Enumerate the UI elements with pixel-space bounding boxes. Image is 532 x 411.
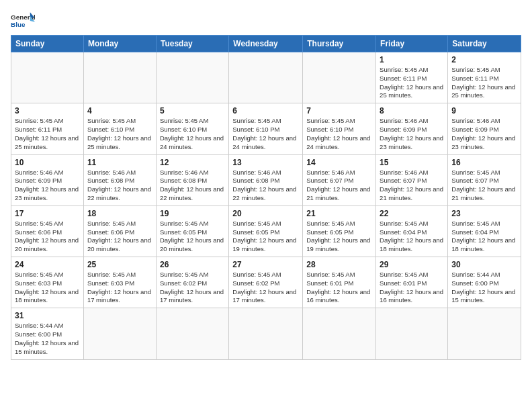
cell-content: Sunrise: 5:45 AM Sunset: 6:03 PM Dayligh… (87, 271, 152, 305)
day-number: 6 (232, 106, 299, 116)
cell-content: Sunrise: 5:45 AM Sunset: 6:04 PM Dayligh… (451, 220, 517, 254)
calendar-cell: 2Sunrise: 5:45 AM Sunset: 6:11 PM Daylig… (448, 52, 521, 103)
calendar-cell: 8Sunrise: 5:46 AM Sunset: 6:09 PM Daylig… (376, 103, 448, 154)
day-number: 24 (15, 260, 80, 269)
weekday-header-thursday: Thursday (303, 36, 376, 52)
calendar-cell: 9Sunrise: 5:46 AM Sunset: 6:09 PM Daylig… (448, 103, 521, 154)
calendar-cell (303, 308, 376, 359)
logo-icon: General Blue (11, 11, 35, 30)
cell-content: Sunrise: 5:45 AM Sunset: 6:10 PM Dayligh… (160, 117, 225, 151)
cell-content: Sunrise: 5:46 AM Sunset: 6:09 PM Dayligh… (15, 169, 80, 203)
weekday-header-sunday: Sunday (11, 36, 84, 52)
day-number: 13 (232, 158, 299, 167)
day-number: 22 (380, 209, 444, 218)
calendar-week-row: 24Sunrise: 5:45 AM Sunset: 6:03 PM Dayli… (11, 257, 521, 308)
cell-content: Sunrise: 5:45 AM Sunset: 6:10 PM Dayligh… (232, 117, 299, 151)
cell-content: Sunrise: 5:45 AM Sunset: 6:10 PM Dayligh… (306, 117, 372, 151)
calendar-cell: 6Sunrise: 5:45 AM Sunset: 6:10 PM Daylig… (229, 103, 303, 154)
weekday-header-tuesday: Tuesday (156, 36, 228, 52)
cell-content: Sunrise: 5:44 AM Sunset: 6:00 PM Dayligh… (15, 322, 80, 356)
day-number: 7 (306, 106, 372, 116)
cell-content: Sunrise: 5:46 AM Sunset: 6:07 PM Dayligh… (306, 169, 372, 203)
calendar-cell (11, 52, 84, 103)
day-number: 23 (451, 209, 517, 218)
calendar-cell: 16Sunrise: 5:45 AM Sunset: 6:07 PM Dayli… (448, 154, 521, 205)
day-number: 28 (306, 260, 372, 269)
page-header: General Blue (11, 11, 521, 30)
calendar-cell: 25Sunrise: 5:45 AM Sunset: 6:03 PM Dayli… (83, 257, 156, 308)
calendar-cell: 18Sunrise: 5:45 AM Sunset: 6:06 PM Dayli… (83, 205, 156, 257)
calendar-cell: 12Sunrise: 5:46 AM Sunset: 6:08 PM Dayli… (156, 154, 228, 205)
cell-content: Sunrise: 5:45 AM Sunset: 6:06 PM Dayligh… (87, 220, 152, 254)
calendar-cell (156, 308, 228, 359)
day-number: 4 (87, 106, 152, 116)
day-number: 5 (160, 106, 225, 116)
day-number: 17 (15, 209, 80, 218)
calendar-cell: 24Sunrise: 5:45 AM Sunset: 6:03 PM Dayli… (11, 257, 84, 308)
calendar-cell (303, 52, 376, 103)
cell-content: Sunrise: 5:44 AM Sunset: 6:00 PM Dayligh… (451, 271, 517, 305)
day-number: 15 (380, 158, 444, 167)
calendar-cell: 22Sunrise: 5:45 AM Sunset: 6:04 PM Dayli… (376, 205, 448, 257)
day-number: 25 (87, 260, 152, 269)
calendar-cell: 31Sunrise: 5:44 AM Sunset: 6:00 PM Dayli… (11, 308, 84, 359)
day-number: 27 (232, 260, 299, 269)
weekday-header-wednesday: Wednesday (229, 36, 303, 52)
day-number: 20 (232, 209, 299, 218)
day-number: 26 (160, 260, 225, 269)
cell-content: Sunrise: 5:46 AM Sunset: 6:07 PM Dayligh… (380, 169, 444, 203)
day-number: 19 (160, 209, 225, 218)
day-number: 30 (451, 260, 517, 269)
calendar-cell: 10Sunrise: 5:46 AM Sunset: 6:09 PM Dayli… (11, 154, 84, 205)
cell-content: Sunrise: 5:45 AM Sunset: 6:02 PM Dayligh… (160, 271, 225, 305)
cell-content: Sunrise: 5:45 AM Sunset: 6:05 PM Dayligh… (160, 220, 225, 254)
day-number: 2 (451, 55, 517, 64)
day-number: 3 (15, 106, 80, 116)
calendar-cell: 21Sunrise: 5:45 AM Sunset: 6:05 PM Dayli… (303, 205, 376, 257)
cell-content: Sunrise: 5:45 AM Sunset: 6:11 PM Dayligh… (451, 66, 517, 100)
day-number: 29 (380, 260, 444, 269)
day-number: 21 (306, 209, 372, 218)
cell-content: Sunrise: 5:45 AM Sunset: 6:05 PM Dayligh… (306, 220, 372, 254)
calendar-cell (448, 308, 521, 359)
calendar-cell (229, 308, 303, 359)
cell-content: Sunrise: 5:46 AM Sunset: 6:08 PM Dayligh… (232, 169, 299, 203)
cell-content: Sunrise: 5:45 AM Sunset: 6:07 PM Dayligh… (451, 169, 517, 203)
calendar-cell: 1Sunrise: 5:45 AM Sunset: 6:11 PM Daylig… (376, 52, 448, 103)
calendar-cell: 30Sunrise: 5:44 AM Sunset: 6:00 PM Dayli… (448, 257, 521, 308)
cell-content: Sunrise: 5:45 AM Sunset: 6:05 PM Dayligh… (232, 220, 299, 254)
calendar-cell (376, 308, 448, 359)
calendar-cell: 5Sunrise: 5:45 AM Sunset: 6:10 PM Daylig… (156, 103, 228, 154)
calendar-cell: 28Sunrise: 5:45 AM Sunset: 6:01 PM Dayli… (303, 257, 376, 308)
day-number: 11 (87, 158, 152, 167)
calendar-cell (156, 52, 228, 103)
calendar-cell: 29Sunrise: 5:45 AM Sunset: 6:01 PM Dayli… (376, 257, 448, 308)
svg-text:Blue: Blue (11, 21, 26, 28)
cell-content: Sunrise: 5:45 AM Sunset: 6:10 PM Dayligh… (87, 117, 152, 151)
day-number: 16 (451, 158, 517, 167)
cell-content: Sunrise: 5:46 AM Sunset: 6:09 PM Dayligh… (380, 117, 444, 151)
calendar-cell: 17Sunrise: 5:45 AM Sunset: 6:06 PM Dayli… (11, 205, 84, 257)
calendar-cell: 19Sunrise: 5:45 AM Sunset: 6:05 PM Dayli… (156, 205, 228, 257)
calendar-cell: 14Sunrise: 5:46 AM Sunset: 6:07 PM Dayli… (303, 154, 376, 205)
logo: General Blue (11, 11, 35, 30)
day-number: 14 (306, 158, 372, 167)
calendar-cell: 26Sunrise: 5:45 AM Sunset: 6:02 PM Dayli… (156, 257, 228, 308)
calendar-cell (229, 52, 303, 103)
calendar-cell: 4Sunrise: 5:45 AM Sunset: 6:10 PM Daylig… (83, 103, 156, 154)
weekday-header-friday: Friday (376, 36, 448, 52)
cell-content: Sunrise: 5:45 AM Sunset: 6:02 PM Dayligh… (232, 271, 299, 305)
weekday-header-saturday: Saturday (448, 36, 521, 52)
calendar-cell: 27Sunrise: 5:45 AM Sunset: 6:02 PM Dayli… (229, 257, 303, 308)
calendar-table: SundayMondayTuesdayWednesdayThursdayFrid… (11, 35, 521, 360)
calendar-cell: 15Sunrise: 5:46 AM Sunset: 6:07 PM Dayli… (376, 154, 448, 205)
cell-content: Sunrise: 5:45 AM Sunset: 6:01 PM Dayligh… (380, 271, 444, 305)
calendar-cell: 13Sunrise: 5:46 AM Sunset: 6:08 PM Dayli… (229, 154, 303, 205)
cell-content: Sunrise: 5:45 AM Sunset: 6:01 PM Dayligh… (306, 271, 372, 305)
cell-content: Sunrise: 5:46 AM Sunset: 6:09 PM Dayligh… (451, 117, 517, 151)
day-number: 1 (380, 55, 444, 64)
calendar-week-row: 1Sunrise: 5:45 AM Sunset: 6:11 PM Daylig… (11, 52, 521, 103)
day-number: 9 (451, 106, 517, 116)
cell-content: Sunrise: 5:46 AM Sunset: 6:08 PM Dayligh… (87, 169, 152, 203)
calendar-cell: 3Sunrise: 5:45 AM Sunset: 6:11 PM Daylig… (11, 103, 84, 154)
